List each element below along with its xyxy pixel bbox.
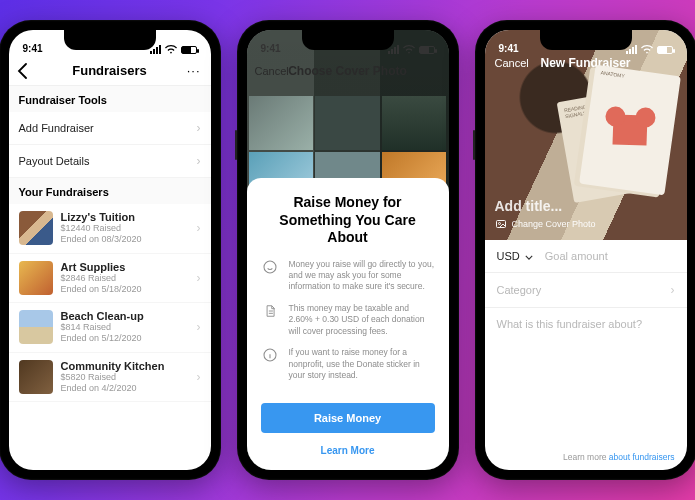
sheet-bullet: If you want to raise money for a nonprof… xyxy=(261,347,435,381)
fundraiser-thumbnail xyxy=(19,360,53,394)
device-notch xyxy=(64,30,156,50)
fundraiser-raised: $814 Raised xyxy=(61,322,189,333)
fundraiser-raised: $5820 Raised xyxy=(61,372,189,383)
wifi-icon xyxy=(403,45,415,54)
sheet-bullet: Money you raise will go directly to you,… xyxy=(261,259,435,293)
svg-point-3 xyxy=(498,223,500,225)
cover-photo: 9:41 Cancel New Fundraiser READING THE S… xyxy=(485,30,687,240)
fundraiser-thumbnail xyxy=(19,261,53,295)
bullet-text: Money you raise will go directly to you,… xyxy=(289,259,435,293)
phone-fundraisers-list: 9:41 Fundraisers ··· Fundraiser Tools Ad… xyxy=(0,20,221,480)
smile-icon xyxy=(261,259,279,293)
fundraiser-thumbnail xyxy=(19,310,53,344)
clock: 9:41 xyxy=(261,43,281,54)
device-notch xyxy=(302,30,394,50)
fundraiser-row[interactable]: Community Kitchen $5820 Raised Ended on … xyxy=(9,353,211,403)
fundraiser-row[interactable]: Beach Clean-up $814 Raised Ended on 5/12… xyxy=(9,303,211,353)
row-add-fundraiser[interactable]: Add Fundraiser › xyxy=(9,112,211,145)
fundraiser-ended: Ended on 5/18/2020 xyxy=(61,284,189,295)
section-header-your-fundraisers: Your Fundraisers xyxy=(9,178,211,204)
chevron-right-icon: › xyxy=(197,154,201,168)
back-button[interactable] xyxy=(17,63,27,79)
chevron-left-icon xyxy=(17,63,27,79)
fundraiser-ended: Ended on 08/3/2020 xyxy=(61,234,189,245)
about-fundraisers-link[interactable]: about fundraisers xyxy=(609,452,675,462)
sheet-bullet: This money may be taxable and 2.60% + 0.… xyxy=(261,303,435,337)
chevron-right-icon: › xyxy=(197,271,201,285)
wifi-icon xyxy=(165,45,177,54)
battery-icon xyxy=(419,46,435,54)
sheet-heading: Raise Money for Something You Care About xyxy=(261,194,435,247)
cancel-button[interactable]: Cancel xyxy=(495,57,529,69)
category-input: Category xyxy=(497,284,671,296)
svg-point-0 xyxy=(264,261,276,273)
page-title: Choose Cover Photo xyxy=(288,64,407,78)
title-input[interactable]: Add title... xyxy=(495,198,596,214)
fundraiser-thumbnail xyxy=(19,211,53,245)
row-label: Payout Details xyxy=(19,155,90,167)
fundraiser-raised: $12440 Raised xyxy=(61,223,189,234)
chevron-right-icon: › xyxy=(197,370,201,384)
goal-amount-row[interactable]: USD Goal amount xyxy=(485,240,687,273)
row-payout-details[interactable]: Payout Details › xyxy=(9,145,211,178)
page-title: Fundraisers xyxy=(72,63,146,78)
bullet-text: This money may be taxable and 2.60% + 0.… xyxy=(289,303,435,337)
info-icon xyxy=(261,347,279,381)
navbar: Fundraisers ··· xyxy=(9,56,211,86)
chevron-right-icon: › xyxy=(671,283,675,297)
row-label: Add Fundraiser xyxy=(19,122,94,134)
battery-icon xyxy=(181,46,197,54)
navbar: Cancel Choose Cover Photo xyxy=(247,56,449,86)
fundraiser-name: Art Supplies xyxy=(61,261,189,273)
cover-illustration-heart-poster: ANATOMY xyxy=(579,65,681,196)
change-cover-button[interactable]: Change Cover Photo xyxy=(495,218,596,230)
wifi-icon xyxy=(641,45,653,54)
clock: 9:41 xyxy=(23,43,43,54)
device-notch xyxy=(540,30,632,50)
chevron-right-icon: › xyxy=(197,221,201,235)
fundraiser-name: Beach Clean-up xyxy=(61,310,189,322)
more-button[interactable]: ··· xyxy=(187,63,201,78)
fundraiser-row[interactable]: Art Supplies $2846 Raised Ended on 5/18/… xyxy=(9,254,211,304)
clock: 9:41 xyxy=(499,43,519,54)
learn-more-link[interactable]: Learn More xyxy=(261,441,435,460)
battery-icon xyxy=(657,46,673,54)
fundraiser-name: Community Kitchen xyxy=(61,360,189,372)
fundraiser-name: Lizzy's Tuition xyxy=(61,211,189,223)
phone-new-fundraiser: 9:41 Cancel New Fundraiser READING THE S… xyxy=(475,20,696,480)
fundraiser-raised: $2846 Raised xyxy=(61,273,189,284)
chevron-right-icon: › xyxy=(197,320,201,334)
fundraiser-ended: Ended on 5/12/2020 xyxy=(61,333,189,344)
heart-icon xyxy=(612,114,647,145)
document-icon xyxy=(261,303,279,337)
currency-selector[interactable]: USD xyxy=(497,250,533,262)
section-header-tools: Fundraiser Tools xyxy=(9,86,211,112)
fundraiser-ended: Ended on 4/2/2020 xyxy=(61,383,189,394)
chevron-down-icon xyxy=(525,255,533,260)
about-row[interactable]: What is this fundraiser about? xyxy=(485,308,687,340)
bullet-text: If you want to raise money for a nonprof… xyxy=(289,347,435,381)
goal-amount-input[interactable]: Goal amount xyxy=(545,250,675,262)
info-sheet: Raise Money for Something You Care About… xyxy=(247,178,449,470)
chevron-right-icon: › xyxy=(197,121,201,135)
category-row[interactable]: Category › xyxy=(485,273,687,308)
change-cover-label: Change Cover Photo xyxy=(512,219,596,229)
learn-more-footer: Learn more about fundraisers xyxy=(485,444,687,470)
cancel-button[interactable]: Cancel xyxy=(255,65,289,77)
about-input[interactable]: What is this fundraiser about? xyxy=(497,318,675,330)
navbar: Cancel New Fundraiser xyxy=(485,56,687,70)
image-icon xyxy=(495,218,507,230)
fundraiser-row[interactable]: Lizzy's Tuition $12440 Raised Ended on 0… xyxy=(9,204,211,254)
raise-money-button[interactable]: Raise Money xyxy=(261,403,435,433)
phone-raise-money-sheet: 9:41 Cancel Choose Cover Photo Raise Mon… xyxy=(237,20,459,480)
